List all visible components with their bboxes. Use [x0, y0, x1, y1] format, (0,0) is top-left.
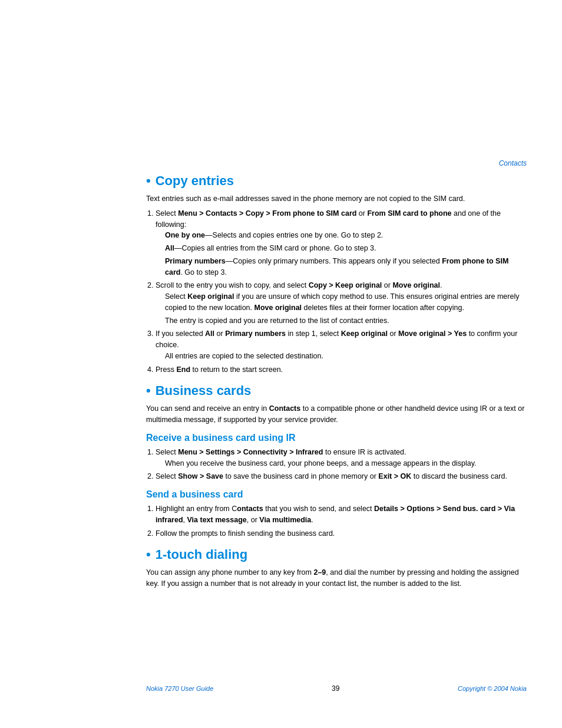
one-touch-title: • 1-touch dialing	[146, 547, 527, 562]
step-1: Select Menu > Contacts > Copy > From pho…	[156, 208, 527, 278]
business-cards-intro: You can send and receive an entry in Con…	[146, 403, 527, 426]
page: Contacts • Copy entries Text entries suc…	[0, 0, 562, 728]
send-step-2: Follow the prompts to finish sending the…	[156, 528, 527, 539]
page-footer: Nokia 7270 User Guide 39 Copyright © 200…	[146, 684, 527, 693]
content-area: Contacts • Copy entries Text entries suc…	[146, 0, 527, 645]
receive-title: Receive a business card using IR	[146, 433, 527, 443]
receive-step-1-sub: When you receive the business card, your…	[165, 458, 527, 469]
receive-step-1: Select Menu > Settings > Connectivity > …	[156, 447, 527, 469]
send-steps: Highlight an entry from Contacts that yo…	[156, 503, 527, 539]
step-1-sub-2: All—Copies all entries from the SIM card…	[165, 243, 527, 254]
send-step-1: Highlight an entry from Contacts that yo…	[156, 503, 527, 526]
bullet-copy-entries: •	[146, 173, 151, 189]
subsection-receive: Receive a business card using IR Select …	[146, 433, 527, 482]
step-4: Press End to return to the start screen.	[156, 364, 527, 375]
receive-step-2: Select Show > Save to save the business …	[156, 471, 527, 482]
step-1-sub-3: Primary numbers—Copies only primary numb…	[165, 256, 527, 278]
send-title: Send a business card	[146, 489, 527, 500]
copy-entries-steps: Select Menu > Contacts > Copy > From pho…	[156, 208, 527, 375]
receive-steps: Select Menu > Settings > Connectivity > …	[156, 447, 527, 482]
section-copy-entries: • Copy entries Text entries such as e-ma…	[146, 173, 527, 375]
copy-entries-title: • Copy entries	[146, 173, 527, 189]
step-2-sub-1: Select Keep original if you are unsure o…	[165, 291, 527, 314]
step-2-sub-2: The entry is copied and you are returned…	[165, 315, 527, 327]
footer-page-number: 39	[332, 684, 339, 693]
step-3-sub-1: All entries are copied to the selected d…	[165, 351, 527, 362]
footer-right: Copyright © 2004 Nokia	[458, 685, 527, 692]
step-3: If you selected All or Primary numbers i…	[156, 328, 527, 361]
category-label: Contacts	[146, 159, 527, 167]
business-cards-title: • Business cards	[146, 383, 527, 398]
footer-left: Nokia 7270 User Guide	[146, 685, 213, 692]
step-2: Scroll to the entry you wish to copy, an…	[156, 280, 527, 326]
section-one-touch: • 1-touch dialing You can assign any pho…	[146, 547, 527, 589]
one-touch-intro: You can assign any phone number to any k…	[146, 567, 527, 589]
subsection-send: Send a business card Highlight an entry …	[146, 489, 527, 539]
bullet-business-cards: •	[146, 383, 151, 398]
copy-entries-intro: Text entries such as e-mail addresses sa…	[146, 193, 527, 205]
section-business-cards: • Business cards You can send and receiv…	[146, 383, 527, 539]
bullet-one-touch: •	[146, 547, 151, 562]
step-1-sub-1: One by one—Selects and copies entries on…	[165, 230, 527, 241]
